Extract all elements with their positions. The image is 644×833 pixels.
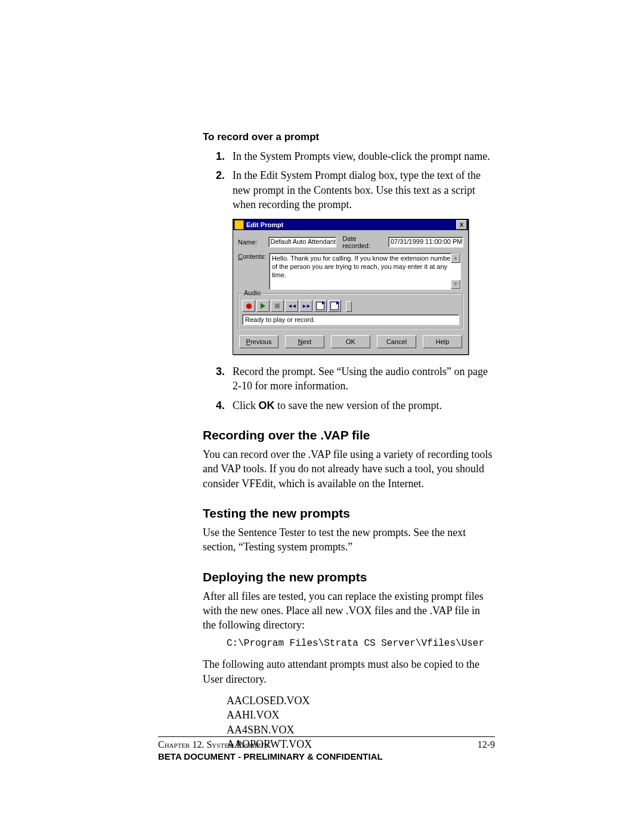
footer-chapter: Chapter 12. System Prompts [158, 739, 268, 750]
step-1: 1. In the System Prompts view, double-cl… [203, 149, 495, 163]
page-footer: Chapter 12. System Prompts 12-9 Beta Doc… [158, 736, 495, 761]
preview-play-button[interactable] [314, 300, 327, 312]
footer-confidential: Beta Document - Preliminary & Confidenti… [158, 751, 495, 761]
step4-pre: Click [233, 400, 259, 411]
preview-play-icon [316, 302, 324, 310]
name-input[interactable]: Default Auto Attendant - [268, 237, 337, 247]
name-row: Name: Default Auto Attendant - Date reco… [238, 235, 463, 249]
record-icon [246, 304, 252, 309]
slider-thumb[interactable] [346, 301, 352, 312]
audio-groupbox: Audio ◄◄ ►► Ready to play or record. [238, 293, 463, 329]
system-icon [234, 220, 244, 230]
step-number: 1. [216, 149, 233, 163]
next-button[interactable]: Next [285, 335, 324, 348]
stop-button[interactable] [271, 300, 284, 312]
contents-textarea[interactable]: Hello. Thank you for calling. If you kno… [269, 253, 461, 290]
forward-icon: ►► [302, 303, 310, 309]
step-2: 2. In the Edit System Prompt dialog box,… [203, 168, 495, 212]
dialog-button-row: Previous Next OK Cancel Help [238, 335, 463, 348]
scroll-up-button[interactable]: ▲ [451, 253, 460, 263]
heading-testing: Testing the new prompts [203, 506, 495, 521]
rewind-button[interactable]: ◄◄ [285, 300, 298, 312]
heading-record-over: To record over a prompt [203, 131, 495, 143]
contents-label: Contents: [238, 253, 269, 260]
document-page: To record over a prompt 1. In the System… [0, 0, 644, 833]
ok-button[interactable]: OK [331, 335, 370, 348]
date-recorded-label: Date recorded: [342, 235, 385, 249]
audio-toolbar: ◄◄ ►► [242, 300, 459, 312]
file-item: AA4SBN.VOX [227, 723, 495, 737]
audio-slider[interactable] [346, 304, 417, 308]
previous-button[interactable]: Previous [239, 335, 278, 348]
cancel-button[interactable]: Cancel [377, 335, 416, 348]
contents-text: Hello. Thank you for calling. If you kno… [272, 255, 453, 278]
heading-vap: Recording over the .VAP file [203, 428, 495, 442]
contents-label-rest: ontents: [243, 253, 266, 260]
step-4: 4. Click OK to save the new version of t… [203, 398, 495, 413]
preview-next-button[interactable] [328, 300, 341, 312]
step-3: 3. Record the prompt. See “Using the aud… [203, 364, 495, 394]
step-text: Click OK to save the new version of the … [233, 398, 495, 413]
steps-list-b: 3. Record the prompt. See “Using the aud… [203, 364, 495, 413]
step4-ok-bold: OK [259, 400, 275, 411]
scroll-down-button[interactable]: ▼ [451, 280, 460, 289]
play-button[interactable] [256, 300, 270, 312]
footer-rule [158, 736, 495, 737]
next-rest: ext [303, 338, 312, 345]
paragraph-testing: Use the Sentence Tester to test the new … [203, 525, 495, 555]
step4-post: to save the new version of the prompt. [275, 400, 442, 411]
dialog-body: Name: Default Auto Attendant - Date reco… [233, 230, 468, 354]
audio-status: Ready to play or record. [242, 314, 459, 325]
step-text: In the System Prompts view, double-click… [233, 149, 495, 163]
file-item: AAHI.VOX [227, 708, 495, 722]
step-number: 3. [216, 364, 233, 379]
step-number: 2. [216, 168, 233, 182]
close-button[interactable]: x [456, 220, 467, 230]
file-item: AACLOSED.VOX [227, 693, 495, 708]
stop-icon [275, 304, 280, 308]
heading-deploying: Deploying the new prompts [203, 570, 495, 584]
record-button[interactable] [242, 300, 255, 312]
forward-button[interactable]: ►► [299, 300, 312, 312]
name-label: Name: [238, 239, 268, 246]
audio-group-label: Audio [242, 289, 262, 296]
edit-prompt-dialog: Edit Prompt x Name: Default Auto Attenda… [233, 219, 469, 355]
dialog-titlebar: Edit Prompt x [233, 219, 468, 230]
rewind-icon: ◄◄ [287, 303, 296, 309]
dialog-title: Edit Prompt [246, 221, 456, 228]
play-icon [261, 303, 265, 309]
date-recorded-field: 07/31/1999 11:00:00 PM [388, 237, 463, 247]
footer-page-number: 12-9 [478, 739, 495, 750]
previous-underline: P [246, 338, 250, 345]
help-button[interactable]: Help [423, 335, 462, 348]
next-underline: N [298, 338, 303, 345]
previous-rest: revious [250, 338, 271, 345]
steps-list-a: 1. In the System Prompts view, double-cl… [203, 149, 495, 212]
dialog-screenshot: Edit Prompt x Name: Default Auto Attenda… [233, 219, 495, 355]
code-directory-path: C:\Program Files\Strata CS Server\Vfiles… [227, 638, 495, 649]
contents-label-underline: C [238, 253, 243, 260]
paragraph-deploy-2: The following auto attendant prompts mus… [203, 657, 495, 686]
contents-row: Contents: Hello. Thank you for calling. … [238, 253, 463, 290]
preview-next-icon [330, 302, 339, 310]
paragraph-vap: You can record over the .VAP file using … [203, 447, 495, 491]
step-text: In the Edit System Prompt dialog box, ty… [233, 168, 495, 212]
step-text: Record the prompt. See “Using the audio … [233, 364, 495, 394]
footer-line: Chapter 12. System Prompts 12-9 [158, 739, 495, 750]
step-number: 4. [216, 398, 233, 413]
paragraph-deploy-1: After all files are tested, you can repl… [203, 589, 495, 633]
